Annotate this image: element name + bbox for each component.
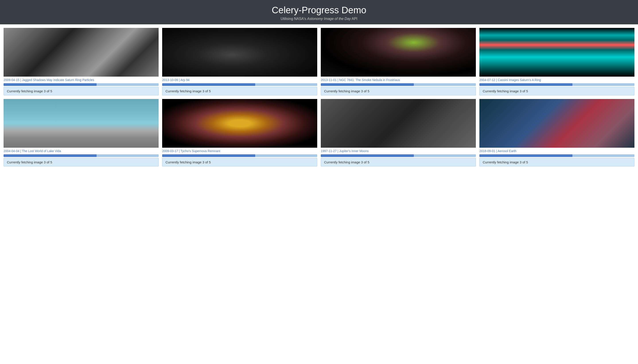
card-title-arp94: 2013-10-09 | Arp 94 [162, 78, 317, 82]
card-supernova: 2009-03-17 | Tycho's Supernova RemnantCu… [160, 97, 319, 168]
page-title: Celery-Progress Demo [5, 5, 633, 16]
card-image-arp94 [162, 28, 317, 76]
card-image-saturn-ring-particles [4, 28, 159, 76]
card-image-jupiter-moons [321, 99, 476, 148]
progress-fill-lake-vida [4, 154, 97, 157]
progress-fill-aerosol-earth [479, 154, 572, 157]
card-title-supernova: 2009-03-17 | Tycho's Supernova Remnant [162, 149, 317, 153]
progress-fill-smoke-nebula [321, 83, 414, 86]
status-box-smoke-nebula: Currently fetching image 3 of 5 [321, 87, 476, 96]
card-title-saturn-ring-particles: 2009-04-15 | Jagged Shadows May Indicate… [4, 78, 159, 82]
status-box-aerosol-earth: Currently fetching image 3 of 5 [479, 158, 634, 166]
page-subtitle: Utilising NASA's Astonomy Image of the D… [5, 17, 633, 21]
progress-fill-supernova [162, 154, 255, 157]
card-saturn-ring-particles: 2009-04-15 | Jagged Shadows May Indicate… [2, 26, 160, 97]
progress-bar-cassini-ring [479, 83, 634, 86]
card-title-cassini-ring: 2004-07-12 | Cassini Images Saturn's A R… [479, 78, 634, 82]
progress-bar-jupiter-moons [321, 154, 476, 157]
card-image-lake-vida [4, 99, 159, 148]
card-image-supernova [162, 99, 317, 148]
card-aerosol-earth: 2018-09-01 | Aerosol EarthCurrently fetc… [478, 97, 636, 168]
card-title-smoke-nebula: 2013-11-01 | NGC 7841: The Smoke Nebula … [321, 78, 476, 82]
status-box-jupiter-moons: Currently fetching image 3 of 5 [321, 158, 476, 166]
progress-bar-aerosol-earth [479, 154, 634, 157]
status-box-saturn-ring-particles: Currently fetching image 3 of 5 [4, 87, 159, 96]
image-grid: 2009-04-15 | Jagged Shadows May Indicate… [0, 24, 638, 170]
status-box-lake-vida: Currently fetching image 3 of 5 [4, 158, 159, 166]
progress-fill-arp94 [162, 83, 255, 86]
progress-fill-saturn-ring-particles [4, 83, 97, 86]
progress-bar-arp94 [162, 83, 317, 86]
card-title-aerosol-earth: 2018-09-01 | Aerosol Earth [479, 149, 634, 153]
card-image-aerosol-earth [479, 99, 634, 148]
status-box-cassini-ring: Currently fetching image 3 of 5 [479, 87, 634, 96]
page-header: Celery-Progress Demo Utilising NASA's As… [0, 0, 638, 24]
progress-bar-saturn-ring-particles [4, 83, 159, 86]
card-lake-vida: 2004-04-04 | The Lost World of Lake Vida… [2, 97, 160, 168]
subtitle-italic: Astonomy Image of the Day [307, 17, 351, 20]
progress-bar-lake-vida [4, 154, 159, 157]
progress-fill-jupiter-moons [321, 154, 414, 157]
subtitle-prefix: Utilising NASA's [281, 17, 307, 20]
status-box-supernova: Currently fetching image 3 of 5 [162, 158, 317, 166]
card-image-smoke-nebula [321, 28, 476, 76]
card-jupiter-moons: 1997-11-27 | Jupiter's Inner MoonsCurren… [319, 97, 478, 168]
card-cassini-ring: 2004-07-12 | Cassini Images Saturn's A R… [478, 26, 636, 97]
card-title-jupiter-moons: 1997-11-27 | Jupiter's Inner Moons [321, 149, 476, 153]
progress-bar-supernova [162, 154, 317, 157]
card-title-lake-vida: 2004-04-04 | The Lost World of Lake Vida [4, 149, 159, 153]
status-box-arp94: Currently fetching image 3 of 5 [162, 87, 317, 96]
card-image-cassini-ring [479, 28, 634, 76]
progress-bar-smoke-nebula [321, 83, 476, 86]
card-arp94: 2013-10-09 | Arp 94Currently fetching im… [160, 26, 319, 97]
subtitle-suffix: API [351, 17, 357, 20]
progress-fill-cassini-ring [479, 83, 572, 86]
card-smoke-nebula: 2013-11-01 | NGC 7841: The Smoke Nebula … [319, 26, 478, 97]
